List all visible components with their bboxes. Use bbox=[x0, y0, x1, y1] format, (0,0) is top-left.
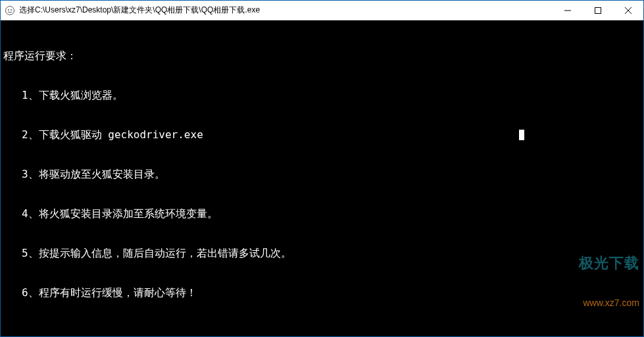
svg-point-0 bbox=[6, 6, 14, 14]
text-cursor bbox=[519, 130, 524, 140]
minimize-button[interactable] bbox=[553, 1, 583, 20]
app-icon bbox=[5, 5, 15, 16]
svg-point-2 bbox=[11, 9, 12, 11]
close-button[interactable] bbox=[613, 1, 643, 20]
console-area[interactable]: 程序运行要求： 1、下载火狐浏览器。 2、下载火狐驱动 geckodriver.… bbox=[1, 20, 643, 336]
svg-rect-4 bbox=[595, 7, 601, 13]
titlebar: 选择C:\Users\xz7\Desktop\新建文件夹\QQ相册下载\QQ相册… bbox=[1, 1, 643, 20]
svg-point-1 bbox=[8, 9, 9, 11]
console-line: 5、按提示输入信息，随后自动运行，若出错请多试几次。 bbox=[3, 247, 641, 260]
console-heading: 程序运行要求： bbox=[3, 49, 641, 63]
console-line: 1、下载火狐浏览器。 bbox=[3, 89, 641, 102]
watermark: 极光下载 www.xz7.com bbox=[579, 228, 639, 335]
window-title: 选择C:\Users\xz7\Desktop\新建文件夹\QQ相册下载\QQ相册… bbox=[19, 5, 553, 16]
watermark-url: www.xz7.com bbox=[579, 298, 639, 309]
window-controls bbox=[553, 1, 643, 20]
maximize-button[interactable] bbox=[583, 1, 613, 20]
console-line: 6、程序有时运行缓慢，请耐心等待！ bbox=[3, 286, 641, 299]
console-line: 2、下载火狐驱动 geckodriver.exe bbox=[3, 128, 641, 142]
console-line: 3、将驱动放至火狐安装目录。 bbox=[3, 168, 641, 181]
console-line: 4、将火狐安装目录添加至系统环境变量。 bbox=[3, 207, 641, 220]
